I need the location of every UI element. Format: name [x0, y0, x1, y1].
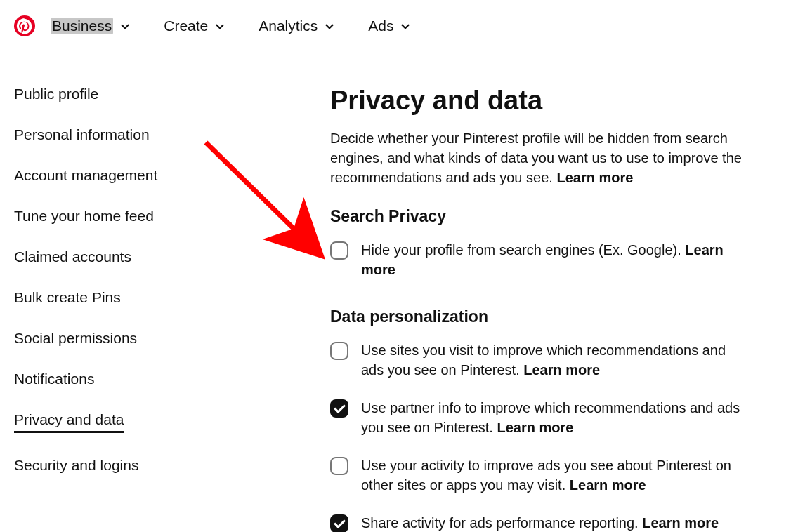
checkbox-share-activity[interactable]	[330, 514, 348, 532]
sidebar-item-claimed-accounts[interactable]: Claimed accounts	[14, 248, 131, 265]
nav-item-ads[interactable]: Ads	[368, 18, 412, 34]
option-label: Hide your profile from search engines (E…	[361, 242, 681, 258]
nav-label: Create	[164, 18, 208, 34]
sidebar-item-account-management[interactable]: Account management	[14, 167, 157, 184]
learn-more-link[interactable]: Learn more	[570, 477, 646, 493]
option-your-activity: Use your activity to improve ads you see…	[330, 455, 749, 495]
section-heading-search-privacy: Search Privacy	[330, 207, 749, 226]
nav-item-analytics[interactable]: Analytics	[259, 18, 336, 34]
sidebar-item-privacy-data[interactable]: Privacy and data	[14, 411, 124, 433]
option-text: Use your activity to improve ads you see…	[361, 455, 749, 495]
learn-more-link[interactable]: Learn more	[523, 362, 600, 378]
option-partner-info: Use partner info to improve which recomm…	[330, 398, 749, 437]
topbar: Business Create Analytics Ads	[0, 0, 798, 44]
sidebar-item-personal-information[interactable]: Personal information	[14, 126, 150, 143]
settings-sidebar: Public profile Personal information Acco…	[14, 86, 316, 532]
learn-more-link[interactable]: Learn more	[556, 170, 633, 185]
page-description: Decide whether your Pinterest profile wi…	[330, 128, 749, 187]
option-label: Share activity for ads performance repor…	[361, 515, 639, 531]
sidebar-item-tune-home-feed[interactable]: Tune your home feed	[14, 208, 154, 225]
pinterest-logo-icon[interactable]	[14, 15, 35, 36]
chevron-down-icon	[323, 20, 336, 32]
checkbox-hide-profile[interactable]	[330, 241, 348, 260]
nav-label: Business	[51, 18, 113, 34]
option-text: Use partner info to improve which recomm…	[361, 398, 749, 437]
learn-more-link[interactable]: Learn more	[497, 420, 573, 435]
nav-item-business[interactable]: Business	[51, 18, 131, 34]
section-heading-data-personalization: Data personalization	[330, 307, 749, 326]
option-text: Share activity for ads performance repor…	[361, 513, 719, 532]
checkbox-sites-visit[interactable]	[330, 342, 348, 360]
chevron-down-icon	[399, 20, 412, 32]
option-text: Hide your profile from search engines (E…	[361, 240, 749, 279]
settings-layout: Public profile Personal information Acco…	[0, 44, 798, 532]
page-title: Privacy and data	[330, 86, 749, 116]
sidebar-item-public-profile[interactable]: Public profile	[14, 86, 98, 102]
learn-more-link[interactable]: Learn more	[642, 515, 719, 531]
nav-item-create[interactable]: Create	[164, 18, 226, 34]
nav-label: Analytics	[259, 18, 318, 34]
sidebar-item-security-logins[interactable]: Security and logins	[14, 457, 138, 474]
chevron-down-icon	[119, 20, 131, 32]
option-hide-profile: Hide your profile from search engines (E…	[330, 240, 749, 279]
option-text: Use sites you visit to improve which rec…	[361, 340, 749, 380]
option-label: Use your activity to improve ads you see…	[361, 458, 731, 493]
page-description-text: Decide whether your Pinterest profile wi…	[330, 131, 742, 185]
checkbox-partner-info[interactable]	[330, 399, 348, 418]
main-content: Privacy and data Decide whether your Pin…	[330, 86, 784, 532]
option-sites-visit: Use sites you visit to improve which rec…	[330, 340, 749, 380]
checkbox-your-activity[interactable]	[330, 457, 348, 475]
sidebar-item-bulk-create-pins[interactable]: Bulk create Pins	[14, 289, 121, 306]
nav-label: Ads	[368, 18, 393, 34]
sidebar-item-notifications[interactable]: Notifications	[14, 371, 94, 387]
option-share-activity: Share activity for ads performance repor…	[330, 513, 749, 532]
sidebar-item-social-permissions[interactable]: Social permissions	[14, 330, 137, 347]
chevron-down-icon	[214, 20, 226, 32]
